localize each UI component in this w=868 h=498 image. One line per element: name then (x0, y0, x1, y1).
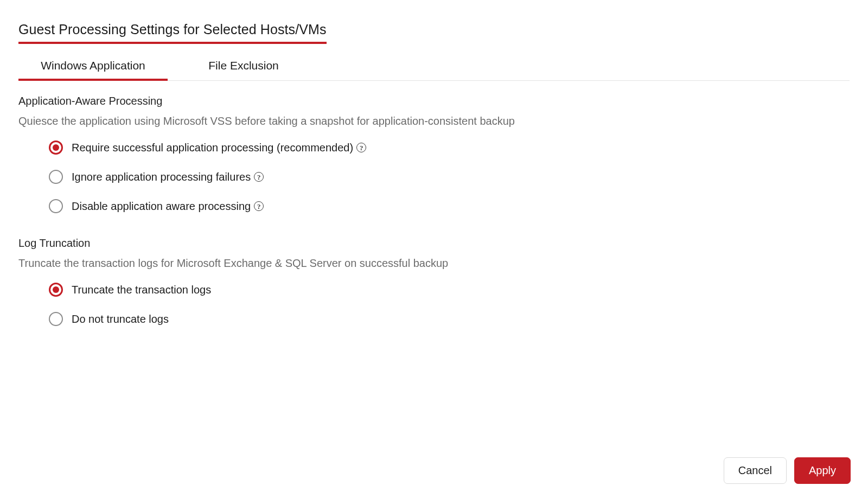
radio-ignore-failures[interactable]: Ignore application processing failures ? (18, 170, 850, 184)
section-app-aware: Application-Aware Processing Quiesce the… (18, 95, 850, 213)
radio-label: Require successful application processin… (72, 142, 366, 154)
help-icon[interactable]: ? (254, 201, 264, 211)
section-title-app-aware: Application-Aware Processing (18, 95, 850, 107)
radio-require-successful[interactable]: Require successful application processin… (18, 141, 850, 155)
radio-truncate-logs[interactable]: Truncate the transaction logs (18, 283, 850, 297)
tab-windows-application[interactable]: Windows Application (18, 59, 168, 80)
radio-label: Truncate the transaction logs (72, 284, 211, 296)
tab-file-exclusion[interactable]: File Exclusion (168, 59, 320, 80)
radio-indicator (49, 199, 63, 213)
section-title-log-trunc: Log Truncation (18, 237, 850, 250)
radio-label: Do not truncate logs (72, 313, 169, 325)
radio-label-text: Truncate the transaction logs (72, 284, 211, 296)
help-icon[interactable]: ? (254, 172, 264, 182)
radio-label: Disable application aware processing ? (72, 200, 264, 213)
radio-disable-processing[interactable]: Disable application aware processing ? (18, 199, 850, 213)
radio-label-text: Ignore application processing failures (72, 171, 251, 183)
radio-do-not-truncate[interactable]: Do not truncate logs (18, 312, 850, 326)
radio-label-text: Require successful application processin… (72, 142, 353, 154)
section-log-truncation: Log Truncation Truncate the transaction … (18, 237, 850, 326)
tabs: Windows Application File Exclusion (18, 59, 850, 81)
help-icon[interactable]: ? (356, 143, 366, 152)
page-title: Guest Processing Settings for Selected H… (18, 22, 327, 44)
section-desc-log-trunc: Truncate the transaction logs for Micros… (18, 257, 850, 270)
radio-label-text: Do not truncate logs (72, 313, 169, 325)
apply-button[interactable]: Apply (794, 457, 851, 484)
section-desc-app-aware: Quiesce the application using Microsoft … (18, 115, 850, 127)
radio-indicator (49, 170, 63, 184)
cancel-button[interactable]: Cancel (724, 457, 787, 484)
radio-group-log-trunc: Truncate the transaction logs Do not tru… (18, 283, 850, 326)
radio-indicator (49, 312, 63, 326)
radio-label-text: Disable application aware processing (72, 200, 251, 213)
radio-group-app-aware: Require successful application processin… (18, 141, 850, 213)
footer-actions: Cancel Apply (724, 457, 851, 484)
radio-indicator (49, 141, 63, 155)
radio-label: Ignore application processing failures ? (72, 171, 264, 183)
radio-indicator (49, 283, 63, 297)
